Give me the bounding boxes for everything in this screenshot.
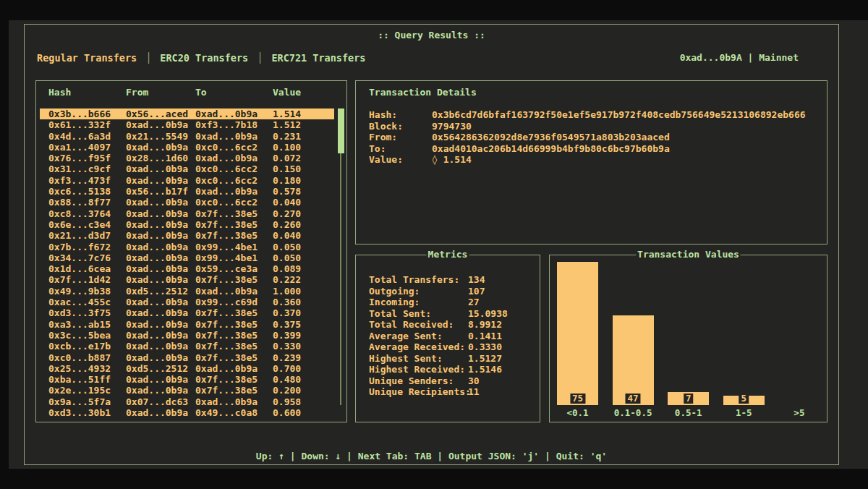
metrics-panel-title: Metrics (427, 249, 469, 260)
tab-regular-transfers[interactable]: Regular Transfers (37, 52, 137, 64)
table-row[interactable]: 0xd3...3f750xad...0b9a0x7f...38e50.370 (40, 307, 334, 318)
cell-value: 0.399 (273, 330, 301, 341)
cell-from: 0xad...0b9a (126, 252, 188, 263)
field-value: 0x564286362092d8e7936f0549571a803b203aac… (432, 132, 670, 143)
metric-label: Average Received: (369, 341, 465, 353)
field-label: Block: (369, 121, 403, 132)
metric-value: 27 (468, 297, 480, 308)
cell-value: 0.050 (273, 242, 301, 252)
table-row[interactable]: 0x76...f95f0x28...1d600xad...0b9a0.072 (40, 153, 334, 163)
table-row[interactable]: 0x2e...195c0xad...0b9a0x7f...38e50.200 (40, 385, 334, 396)
cell-from: 0xad...0b9a (126, 263, 188, 274)
transfers-table-panel: Hash From To Value 0x3b...b6660x56...ace… (35, 80, 347, 422)
field-label: Hash: (369, 109, 397, 121)
cell-value: 1.000 (273, 286, 301, 297)
cell-hash: 0xac...455c (48, 297, 111, 307)
cell-hash: 0x31...c9cf (48, 163, 111, 174)
table-row[interactable]: 0x4d...6a3d0x21...55490xad...0b9a0.231 (40, 131, 334, 142)
table-row[interactable]: 0x34...7c760xad...0b9a0x99...4be10.050 (40, 252, 334, 263)
cell-value: 0.040 (273, 197, 301, 208)
cell-value: 0.270 (273, 208, 301, 219)
cell-to: 0x99...4be1 (195, 242, 258, 252)
tab-erc20-transfers[interactable]: ERC20 Transfers (160, 52, 248, 64)
table-row[interactable]: 0xc6...51380x56...b17f0xad...0b9a0.578 (40, 186, 334, 197)
cell-from: 0xad...0b9a (126, 319, 188, 330)
cell-from: 0x56...b17f (126, 186, 188, 197)
cell-from: 0xad...0b9a (126, 307, 188, 318)
cell-from: 0xad...0b9a (126, 297, 188, 307)
chart-slot: >5 (771, 255, 827, 422)
table-row[interactable]: 0xf3...473f0xad...0b9a0xc0...6cc20.180 (40, 175, 334, 186)
cell-hash: 0xf3...473f (48, 175, 111, 186)
cell-hash: 0xd3...3f75 (48, 307, 111, 318)
cell-hash: 0x21...d3d7 (48, 230, 111, 241)
table-row[interactable]: 0xac...455c0xad...0b9a0x99...c69d0.360 (40, 297, 334, 307)
cell-value: 0.360 (273, 297, 301, 307)
cell-from: 0xd5...2512 (126, 286, 188, 297)
table-row[interactable]: 0xa3...ab150xad...0b9a0x7f...38e50.375 (40, 319, 334, 330)
metric-label: Outgoing: (369, 286, 420, 297)
details-fields: Hash:0x3b6cd7d6bfaf163792f50e1ef5e917b97… (356, 109, 827, 166)
table-row[interactable]: 0xc0...b8870xad...0b9a0x7f...38e50.239 (40, 352, 334, 363)
scrollbar-track[interactable] (340, 153, 341, 405)
cell-to: 0x99...c69d (195, 297, 258, 307)
metrics-items: Total Transfers:134Outgoing:107Incoming:… (356, 274, 540, 398)
chart-bar (613, 315, 654, 405)
metric-label: Incoming: (369, 297, 420, 308)
screen: :: Query Results :: Regular Transfers│ER… (0, 0, 868, 489)
cell-to: 0x7f...38e5 (195, 219, 258, 230)
transaction-values-chart-panel: Transaction Values 75<0.1470.1-0.570.5-1… (549, 255, 827, 422)
metric-row: Average Sent:0.1411 (356, 331, 540, 342)
table-row[interactable]: 0x7b...f6720xad...0b9a0x99...4be10.050 (40, 242, 334, 252)
cell-value: 0.330 (273, 341, 301, 352)
cell-value: 0.239 (273, 352, 301, 363)
table-row[interactable]: 0xcb...e17b0xad...0b9a0x7f...38e50.330 (40, 341, 334, 352)
table-row[interactable]: 0x88...8f770xad...0b9a0xc0...6cc20.040 (40, 197, 334, 208)
metric-value: 15.0938 (468, 308, 508, 320)
table-row[interactable]: 0xc8...37640xad...0b9a0x7f...38e50.270 (40, 208, 334, 219)
cell-to: 0x7f...38e5 (195, 307, 258, 318)
table-row[interactable]: 0xd3...30b10xad...0b9a0x49...c0a80.600 (40, 407, 334, 418)
cell-from: 0xad...0b9a (126, 175, 188, 186)
details-field-row: Block:9794730 (356, 121, 827, 132)
metrics-panel: Metrics Total Transfers:134Outgoing:107I… (355, 255, 540, 422)
cell-to: 0x99...4be1 (195, 252, 258, 263)
details-field-row: From:0x564286362092d8e7936f0549571a803b2… (356, 132, 827, 143)
chart-plot: 75<0.1470.1-0.570.5-151-5>5 (550, 255, 827, 422)
table-row[interactable]: 0xa1...40970xad...0b9a0xc0...6cc20.100 (40, 142, 334, 153)
chart-slot: 470.1-0.5 (605, 255, 661, 422)
table-row[interactable]: 0x7f...1d420xad...0b9a0x7f...38e50.222 (40, 274, 334, 285)
cell-to: 0x7f...38e5 (195, 274, 258, 285)
cell-to: 0x7f...38e5 (195, 374, 258, 385)
table-row[interactable]: 0x9a...5f7a0x07...dc630xad...0b9a0.958 (40, 396, 334, 407)
table-row[interactable]: 0x1d...6cea0xad...0b9a0x59...ce3a0.089 (40, 263, 334, 274)
cell-value: 0.040 (273, 230, 301, 241)
table-row[interactable]: 0x31...c9cf0xad...0b9a0xc0...6cc20.150 (40, 163, 334, 174)
keybindings-footer: Up: ↑ | Down: ↓ | Next Tab: TAB | Output… (25, 451, 838, 462)
table-row[interactable]: 0x3b...b6660x56...aced0xad...0b9a1.514 (40, 109, 334, 119)
scrollbar-thumb[interactable] (338, 109, 344, 153)
table-row[interactable]: 0x6e...c3e40xad...0b9a0x7f...38e50.260 (40, 219, 334, 230)
table-header-row: Hash From To Value (36, 87, 346, 98)
column-header-value: Value (273, 87, 301, 98)
table-row[interactable]: 0xba...51ff0xad...0b9a0x7f...38e50.480 (40, 374, 334, 385)
column-header-to: To (195, 87, 207, 98)
cell-value: 0.100 (273, 142, 301, 153)
chart-slot: 51-5 (716, 255, 772, 422)
transfers-rows: 0x3b...b6660x56...aced0xad...0b9a1.5140x… (36, 109, 346, 418)
table-row[interactable]: 0x3c...5bea0xad...0b9a0x7f...38e50.399 (40, 330, 334, 341)
cell-hash: 0xc6...5138 (48, 186, 111, 197)
cell-hash: 0x34...7c76 (48, 252, 111, 263)
cell-to: 0xc0...6cc2 (195, 163, 258, 174)
tab-separator: │ (145, 52, 151, 64)
table-row[interactable]: 0x21...d3d70xad...0b9a0x7f...38e50.040 (40, 230, 334, 241)
table-row[interactable]: 0x49...9b380xd5...25120xad...0b9a1.000 (40, 286, 334, 297)
tab-erc721-transfers[interactable]: ERC721 Transfers (271, 52, 365, 64)
cell-value: 0.072 (273, 153, 301, 163)
table-row[interactable]: 0x61...332f0xad...0b9a0xf3...7b181.512 (40, 119, 334, 130)
metric-label: Unique Recipients: (369, 386, 471, 398)
transaction-details-panel: Transaction Details Hash:0x3b6cd7d6bfaf1… (355, 80, 827, 244)
table-row[interactable]: 0x25...49320xd5...25120xad...0b9a0.700 (40, 363, 334, 374)
cell-to: 0x49...c0a8 (195, 407, 258, 418)
column-header-from: From (126, 87, 148, 98)
